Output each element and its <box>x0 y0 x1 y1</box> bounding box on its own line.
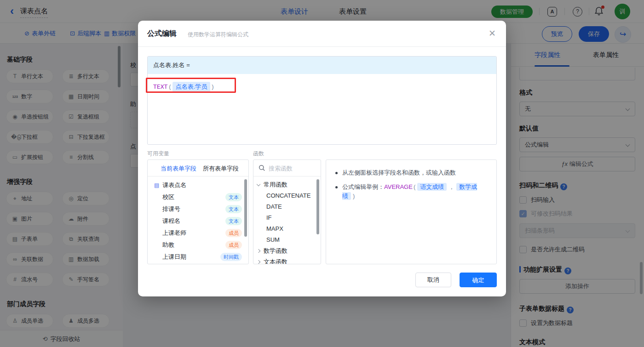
clipped-variable-row <box>148 263 248 264</box>
tip-part: ( <box>414 183 415 190</box>
field-type-badge: 时间戳 <box>220 253 242 261</box>
variables-label: 可用变量 <box>147 150 169 158</box>
form-doc-icon: ▤ <box>154 182 159 188</box>
example-field-token: 语文成绩 <box>417 183 447 191</box>
formula-box: 点名表.姓名 = TEXT(点名表.学员) <box>147 56 497 145</box>
variable-field-row[interactable]: 助教成员 <box>148 239 248 251</box>
functions-tree: 常用函数CONCATENATEDATEIFMAPXSUM数学函数文本函数 <box>253 176 321 264</box>
variable-root-row[interactable]: ▤课表点名 <box>148 179 248 191</box>
tip-line: 公式编辑举例：AVERAGE(语文成绩，数学成绩) <box>333 182 490 201</box>
tip-text: 公式编辑举例：AVERAGE(语文成绩，数学成绩) <box>342 182 490 201</box>
variable-field-row[interactable]: 上课日期时间戳 <box>148 251 248 263</box>
variable-field-row[interactable]: 排课号文本 <box>148 203 248 215</box>
field-token[interactable]: 点名表.学员 <box>172 82 211 92</box>
variable-field-name: 上课老师 <box>162 229 225 237</box>
formula-editor-modal: 公式编辑 使用数学运算符编辑公式 ✕ 点名表.姓名 = TEXT(点名表.学员)… <box>138 21 506 296</box>
function-item[interactable]: DATE <box>253 201 321 212</box>
function-item[interactable]: IF <box>253 212 321 223</box>
tip-part: ， <box>448 183 454 190</box>
function-item[interactable]: CONCATENATE <box>253 190 321 201</box>
formula-target: 点名表.姓名 = <box>148 57 496 74</box>
function-group-name: 数学函数 <box>264 247 288 255</box>
tip-text: 从左侧面板选择字段名和函数，或输入函数 <box>342 168 456 177</box>
field-type-badge: 文本 <box>225 217 242 225</box>
variable-field-name: 校区 <box>162 193 225 201</box>
search-placeholder: 搜索函数 <box>269 165 293 173</box>
variable-field-name: 助教 <box>162 241 225 249</box>
functions-label: 函数 <box>253 150 264 158</box>
function-group-row[interactable]: 常用函数 <box>253 179 321 190</box>
field-type-badge: 成员 <box>225 241 242 249</box>
variables-scrollbar[interactable] <box>244 179 247 237</box>
functions-panel: 搜索函数 常用函数CONCATENATEDATEIFMAPXSUM数学函数文本函… <box>253 159 321 264</box>
variable-field-row[interactable]: 课程名文本 <box>148 215 248 227</box>
bullet-dot <box>335 186 338 188</box>
field-type-badge: 成员 <box>225 229 242 237</box>
paren-open: ( <box>169 83 171 90</box>
close-icon[interactable]: ✕ <box>489 28 496 39</box>
function-item[interactable]: MAPX <box>253 223 321 234</box>
variable-field-name: 排课号 <box>162 205 225 213</box>
form-name: 课表点名 <box>162 181 248 189</box>
function-group-name: 文本函数 <box>264 258 288 264</box>
function-name: TEXT <box>153 83 167 90</box>
field-type-badge: 文本 <box>225 193 242 201</box>
tab-all-form-fields[interactable]: 所有表单字段 <box>203 165 239 173</box>
tab-current-form-fields[interactable]: 当前表单字段 <box>161 165 196 173</box>
search-icon <box>259 165 265 171</box>
chevron-down-icon <box>257 182 260 186</box>
variables-panel: 当前表单字段 所有表单字段 ▤课表点名校区文本排课号文本课程名文本上课老师成员助… <box>147 159 249 264</box>
function-group-row[interactable]: 数学函数 <box>253 245 321 256</box>
tip-part: AVERAGE <box>384 183 413 190</box>
tip-part: 从左侧面板选择字段名和函数，或输入函数 <box>342 169 456 176</box>
function-item[interactable]: SUM <box>253 234 321 245</box>
formula-editor[interactable]: TEXT(点名表.学员) <box>148 74 496 100</box>
confirm-button[interactable]: 确定 <box>460 273 497 287</box>
bullet-dot <box>335 172 338 174</box>
function-search[interactable]: 搜索函数 <box>253 160 321 176</box>
tip-line: 从左侧面板选择字段名和函数，或输入函数 <box>333 168 490 177</box>
tips-panel: 从左侧面板选择字段名和函数，或输入函数公式编辑举例：AVERAGE(语文成绩，数… <box>326 159 497 264</box>
tip-part: ) <box>353 193 355 199</box>
modal-title: 公式编辑 <box>147 29 177 39</box>
cancel-button[interactable]: 取消 <box>415 273 451 287</box>
modal-subtitle: 使用数学运算符编辑公式 <box>188 31 248 39</box>
field-type-badge: 文本 <box>225 205 242 213</box>
function-group-name: 常用函数 <box>264 181 288 189</box>
variable-field-row[interactable]: 校区文本 <box>148 191 248 203</box>
chevron-right-icon <box>257 249 260 253</box>
variable-field-name: 上课日期 <box>162 253 220 261</box>
variables-tree: ▤课表点名校区文本排课号文本课程名文本上课老师成员助教成员上课日期时间戳 <box>148 176 248 264</box>
variable-field-row[interactable]: 上课老师成员 <box>148 227 248 239</box>
tip-part: 公式编辑举例： <box>342 183 384 190</box>
variable-field-name: 课程名 <box>162 217 225 225</box>
variables-tabs: 当前表单字段 所有表单字段 <box>148 160 248 176</box>
paren-close: ) <box>212 83 213 90</box>
app-root: ‹ 课表点名 表单设计 表单设置 数据管理 A ? 训 ⊘表单外链 ⊡后端脚本 … <box>0 0 644 347</box>
chevron-right-icon <box>257 260 260 264</box>
function-group-row[interactable]: 文本函数 <box>253 256 321 264</box>
modal-header: 公式编辑 使用数学运算符编辑公式 ✕ <box>138 21 506 47</box>
functions-scrollbar[interactable] <box>316 179 319 234</box>
